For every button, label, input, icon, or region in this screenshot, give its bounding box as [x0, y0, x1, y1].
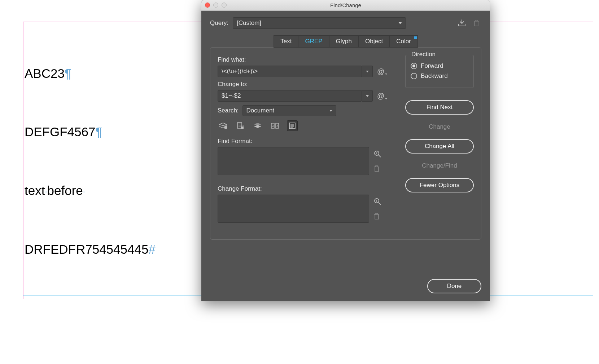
direction-backward-radio[interactable]: Backward: [411, 72, 468, 80]
svg-line-16: [379, 155, 381, 157]
tab-glyph[interactable]: Glyph: [329, 35, 359, 48]
include-hidden-layers-button[interactable]: [252, 120, 263, 131]
radio-icon: [411, 63, 417, 69]
doc-line3a: text: [25, 183, 45, 197]
change-to-value: $1~-$2: [222, 92, 358, 99]
change-button: Change: [405, 120, 474, 134]
direction-forward-radio[interactable]: Forward: [411, 62, 468, 70]
specify-find-format-button[interactable]: T: [373, 150, 382, 159]
find-next-button[interactable]: Find Next: [405, 100, 474, 115]
find-what-label: Find what:: [218, 56, 398, 63]
chevron-down-icon: [385, 98, 387, 99]
change-all-button[interactable]: Change All: [405, 139, 474, 154]
find-format-label: Find Format:: [218, 138, 398, 145]
doc-line2: DEFGF4567: [25, 125, 95, 139]
special-characters-change-button[interactable]: @: [377, 92, 386, 100]
svg-rect-5: [241, 126, 244, 129]
change-to-label: Change to:: [218, 81, 398, 88]
special-characters-find-button[interactable]: @: [377, 67, 386, 76]
window-minimize-button[interactable]: [213, 3, 218, 8]
tab-bar: Text GREP Glyph Object Color: [210, 35, 481, 48]
space-marker-icon: ·: [83, 187, 85, 196]
doc-line4a: DRFEDF: [25, 242, 76, 256]
chevron-down-icon: [398, 22, 402, 24]
titlebar[interactable]: Find/Change: [201, 0, 490, 11]
find-what-history-button[interactable]: [362, 66, 373, 77]
change-to-history-button[interactable]: [362, 90, 373, 102]
window-title: Find/Change: [330, 2, 361, 8]
clear-find-format-button[interactable]: [373, 165, 382, 174]
svg-text:T: T: [376, 199, 377, 203]
done-button[interactable]: Done: [427, 279, 481, 293]
direction-title: Direction: [409, 51, 438, 58]
svg-text:A: A: [276, 124, 279, 128]
tab-grep[interactable]: GREP: [298, 35, 329, 48]
change-format-box[interactable]: [218, 195, 369, 223]
find-change-dialog: Find/Change Query: [Custom] Text GREP Gl…: [201, 0, 490, 301]
chevron-down-icon: [366, 95, 369, 97]
doc-line3b: before: [47, 183, 83, 197]
chevron-down-icon: [329, 110, 332, 112]
radio-icon: [411, 73, 417, 79]
chevron-down-icon: [366, 71, 369, 72]
pilcrow-icon: ¶: [95, 125, 102, 139]
svg-text:T: T: [376, 152, 377, 155]
delete-query-button[interactable]: [471, 18, 481, 28]
window-close-button[interactable]: [205, 3, 210, 8]
direction-backward-label: Backward: [421, 72, 448, 80]
clear-change-format-button[interactable]: [373, 213, 382, 221]
document-text[interactable]: ABC23¶ DEFGF4567¶ text·before· DRFEDFR75…: [25, 25, 156, 298]
include-locked-layers-button[interactable]: [218, 120, 228, 131]
svg-rect-10: [289, 123, 295, 129]
query-selected-value: [Custom]: [237, 19, 261, 27]
specify-change-format-button[interactable]: T: [373, 197, 382, 206]
svg-rect-0: [224, 126, 227, 129]
doc-line1: ABC23: [25, 66, 65, 80]
fewer-options-button[interactable]: Fewer Options: [405, 178, 474, 192]
window-zoom-button[interactable]: [222, 3, 227, 8]
save-query-button[interactable]: [457, 18, 467, 28]
direction-forward-label: Forward: [421, 62, 443, 70]
search-scope-select[interactable]: Document: [242, 105, 336, 116]
tab-color[interactable]: Color: [390, 35, 418, 48]
chevron-down-icon: [385, 74, 387, 75]
end-of-story-icon: #: [148, 242, 155, 256]
find-what-input[interactable]: \<(\u+)(\d+)\>: [218, 66, 362, 77]
search-label: Search:: [218, 107, 239, 114]
tab-object[interactable]: Object: [359, 35, 390, 48]
include-locked-stories-button[interactable]: [235, 120, 246, 131]
query-select[interactable]: [Custom]: [233, 17, 406, 29]
search-scope-value: Document: [246, 107, 274, 114]
include-master-pages-button[interactable]: AA: [270, 120, 280, 131]
tab-indicator-icon: [414, 36, 417, 39]
doc-line4b: R754545445: [76, 242, 148, 256]
pilcrow-icon: ¶: [65, 66, 71, 80]
find-what-value: \<(\u+)(\d+)\>: [222, 68, 358, 75]
svg-text:A: A: [272, 124, 274, 128]
direction-group: Direction Forward Backward: [405, 55, 474, 88]
change-to-input[interactable]: $1~-$2: [218, 90, 362, 102]
find-format-box[interactable]: [218, 147, 369, 175]
svg-line-19: [379, 203, 381, 205]
query-label: Query:: [210, 19, 228, 27]
include-footnotes-button[interactable]: [287, 120, 298, 131]
change-format-label: Change Format:: [218, 185, 398, 192]
change-find-button: Change/Find: [405, 159, 474, 173]
tab-text[interactable]: Text: [274, 35, 298, 48]
